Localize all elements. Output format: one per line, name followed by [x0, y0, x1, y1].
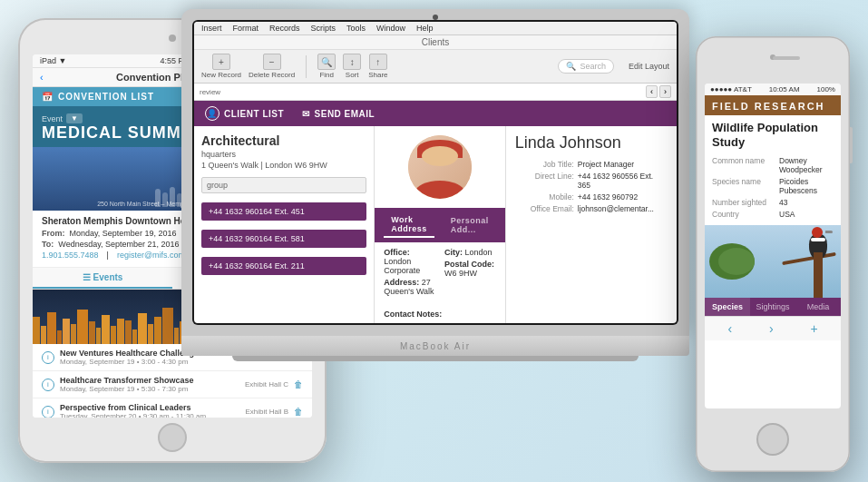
delete-record-label: Delete Record: [249, 71, 295, 79]
menu-tools[interactable]: Tools: [346, 24, 366, 33]
to-date: Wednesday, September 21, 2016: [58, 240, 179, 249]
client-list-btn[interactable]: 👤 CLIENT LIST: [205, 106, 284, 121]
field-value-3: USA: [779, 210, 795, 219]
search-placeholder: Search: [580, 62, 606, 71]
phone-entry-1: +44 1632 960164 Ext. 451: [201, 202, 366, 221]
group-select[interactable]: group: [201, 177, 366, 193]
edit-layout-btn[interactable]: Edit Layout: [629, 62, 669, 71]
iphone-nav-next[interactable]: ›: [769, 321, 774, 336]
fm-search-box[interactable]: 🔍 Search: [558, 59, 614, 74]
office-email-value: ljohnson@clementar...: [578, 204, 654, 213]
fm-window-title: Clients: [194, 35, 677, 50]
menu-help[interactable]: Help: [416, 24, 434, 33]
address-label: Address:: [384, 278, 419, 287]
iphone-carrier: ●●●●● AT&T: [710, 85, 752, 93]
iphone-time: 10:05 AM: [769, 85, 800, 93]
personal-address-tab[interactable]: Personal Add...: [444, 213, 496, 237]
tab-events[interactable]: ☰ Events: [33, 268, 172, 289]
from-label: From:: [42, 229, 65, 238]
fm-record-header: 👤 CLIENT LIST ✉ SEND EMAIL: [194, 101, 677, 126]
mobile-value: +44 1632 960792: [578, 192, 638, 202]
macbook-screen-border: Insert Format Records Scripts Tools Wind…: [192, 20, 678, 325]
iphone-tab-media[interactable]: Media: [795, 298, 841, 316]
menu-window[interactable]: Window: [376, 24, 405, 33]
iphone-power-btn[interactable]: [850, 127, 853, 163]
fm-address-tabs: Work Address Personal Add...: [375, 208, 505, 242]
iphone-app-header: FIELD RESEARCH: [705, 95, 841, 115]
fm-record-left: Architectural hquarters 1 Queen's Walk |…: [194, 126, 375, 323]
iphone-nav-add[interactable]: +: [810, 321, 817, 336]
fm-contact-notes: Contact Notes: 18 October 2016 Met with …: [375, 304, 505, 323]
event-delete-2[interactable]: 🗑: [294, 407, 303, 417]
find-icon: 🔍: [317, 54, 336, 70]
macbook-lid: Insert Format Records Scripts Tools Wind…: [181, 9, 689, 336]
toolbar-share[interactable]: ↑ Share: [368, 54, 387, 79]
delete-record-icon: −: [263, 54, 281, 70]
fm-content-area: 👤 CLIENT LIST ✉ SEND EMAIL Architectural: [194, 101, 677, 323]
event-icon-2: i: [42, 406, 54, 418]
direct-line-row: Direct Line: +44 1632 960556 Ext. 365: [515, 172, 668, 190]
toolbar-divider: [306, 55, 307, 78]
macbook-screen: Insert Format Records Scripts Tools Wind…: [194, 22, 677, 323]
iphone-battery: 100%: [817, 85, 835, 93]
layout-label: review: [200, 88, 220, 96]
mobile-label: Mobile:: [515, 192, 574, 202]
user-icon: 👤: [205, 106, 219, 121]
iphone-field-3: Country USA: [712, 210, 834, 219]
nav-prev[interactable]: ‹: [646, 85, 658, 98]
field-value-0: Downey Woodpecker: [779, 156, 834, 174]
iphone-field-2: Number sighted 43: [712, 198, 834, 207]
mobile-row: Mobile: +44 1632 960792: [515, 192, 668, 202]
event-info-2: Perspective from Clinical Leaders Tuesda…: [60, 403, 239, 418]
fm-layout-bar: review ‹ ›: [194, 84, 677, 101]
events-tab-label: Events: [93, 272, 123, 282]
ipad-back-btn[interactable]: ‹: [40, 72, 44, 83]
job-title-value: Project Manager: [578, 160, 634, 169]
work-address-tab[interactable]: Work Address: [384, 212, 434, 238]
fm-toolbar: + New Record − Delete Record 🔍 Find ↕: [194, 50, 677, 84]
client-avatar: [408, 135, 472, 199]
email-row: Office Email: ljohnson@clementar...: [515, 204, 668, 213]
nav-next[interactable]: ›: [659, 85, 671, 98]
to-label: To:: [42, 240, 54, 249]
job-title-label: Job Title:: [515, 160, 574, 169]
iphone-tab-species[interactable]: Species: [705, 298, 750, 316]
iphone-statusbar: ●●●●● AT&T 10:05 AM 100%: [705, 84, 841, 95]
field-label-2: Number sighted: [712, 198, 775, 207]
ipad-status-left: iPad ▼: [40, 56, 66, 65]
send-email-btn[interactable]: ✉ SEND EMAIL: [302, 109, 375, 119]
search-icon: 🔍: [566, 62, 576, 71]
iphone-tab-sightings[interactable]: Sightings: [750, 298, 795, 316]
iphone-home-button[interactable]: [756, 423, 789, 456]
email-icon: ✉: [302, 109, 310, 119]
toolbar-find[interactable]: 🔍 Find: [317, 54, 336, 79]
ipad-convention-text: CONVENTION LIST: [58, 92, 154, 102]
menu-insert[interactable]: Insert: [201, 24, 222, 33]
venue-email: register@mifs.com: [117, 251, 185, 260]
field-label-0: Common name: [712, 156, 775, 174]
toolbar-new-record[interactable]: + New Record: [201, 54, 241, 79]
addr-col-2: City: London Postal Code: W6 9HW: [444, 248, 496, 299]
postal-value: W6 9HW: [444, 269, 477, 278]
city-label: City:: [444, 248, 463, 257]
from-date: Monday, September 19, 2016: [70, 229, 177, 238]
field-label-1: Species name: [712, 177, 775, 195]
venue-phone: 1.901.555.7488: [42, 251, 99, 260]
event-dropdown[interactable]: ▼: [66, 113, 83, 123]
menu-records[interactable]: Records: [269, 24, 300, 33]
menu-format[interactable]: Format: [233, 24, 259, 33]
iphone-fields: Common name Downey Woodpecker Species na…: [705, 152, 841, 225]
toolbar-delete-record[interactable]: − Delete Record: [249, 54, 295, 79]
toolbar-sort[interactable]: ↕ Sort: [343, 54, 361, 79]
iphone-tabs: Species Sightings Media: [705, 298, 841, 316]
send-email-label: SEND EMAIL: [315, 109, 375, 119]
ipad-home-button[interactable]: [158, 423, 187, 452]
menu-scripts[interactable]: Scripts: [311, 24, 336, 33]
fm-photo-area: [375, 126, 505, 208]
iphone-nav-prev[interactable]: ‹: [727, 321, 732, 336]
client-list-label: CLIENT LIST: [224, 109, 284, 119]
share-icon: ↑: [369, 54, 387, 70]
iphone-speaker: [773, 56, 800, 60]
event-item-2[interactable]: i Perspective from Clinical Leaders Tues…: [33, 398, 312, 418]
sort-label: Sort: [346, 71, 359, 79]
